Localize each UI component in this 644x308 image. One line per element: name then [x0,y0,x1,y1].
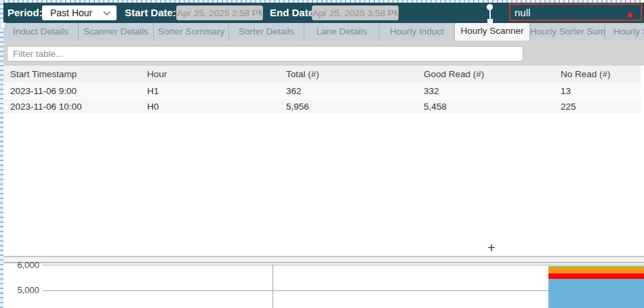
table-row[interactable]: 2023-11-06 10:00 H0 5,956 5,458 225 [3,99,644,114]
tab-sorter-details[interactable]: Sorter Details [229,23,304,41]
end-date-label: End Date: [270,3,317,23]
add-icon[interactable]: + [483,239,500,257]
tab-hourly-scanner[interactable]: Hourly Scanner [455,23,530,41]
filter-bar [3,41,644,66]
col-no-read[interactable]: No Read (#) [557,69,644,79]
null-overlay[interactable]: null [509,3,642,21]
table-row[interactable]: 2023-11-06 9:00 H1 362 332 13 [3,83,644,98]
cell-total: 362 [283,86,420,96]
col-good-read[interactable]: Good Read (#) [420,69,557,79]
table-header-row: Start Timestamp Hour Total (#) Good Read… [3,66,644,83]
chevron-down-icon [104,9,110,16]
col-hour[interactable]: Hour [144,69,283,79]
bar-segment-red [548,273,644,280]
period-select-value: Past Hour [50,7,92,18]
hourly-scanner-table: Start Timestamp Hour Total (#) Good Read… [3,66,644,256]
chart-top-border [3,262,644,263]
col-start-timestamp[interactable]: Start Timestamp [7,69,144,79]
cell-start-timestamp: 2023-11-06 9:00 [7,86,144,96]
bar-segment-orange [548,267,644,273]
widget-gap [3,257,644,262]
tab-hourly-sorter-details[interactable]: Hourly Sort [605,23,644,41]
filter-table-input[interactable] [7,46,523,62]
cell-start-timestamp: 2023-11-06 10:00 [7,102,144,112]
cell-no-read: 13 [557,86,644,96]
stacked-bar [548,266,644,308]
cell-hour: H0 [144,102,283,112]
cell-hour: H1 [144,86,283,96]
y-axis-tick-5000: 5,000 [5,285,39,296]
start-date-label: Start Date: [125,3,176,23]
period-label: Period: [7,3,43,23]
period-select[interactable]: Past Hour [42,5,117,20]
col-total[interactable]: Total (#) [283,69,420,79]
start-date-input[interactable] [176,5,263,20]
tab-scanner-details[interactable]: Scanner Details [79,23,154,41]
selection-handle-square[interactable] [487,19,493,24]
tab-induct-details[interactable]: Induct Details [3,23,79,41]
cell-no-read: 225 [557,102,644,112]
tab-bar: Induct Details Scanner Details Sorter Su… [3,23,644,41]
tab-sorter-summary[interactable]: Sorter Summary [154,23,229,41]
error-dot-icon [628,13,632,18]
selection-handle-corner[interactable] [0,22,5,28]
bar-segment-blue [548,279,644,308]
tab-hourly-induct[interactable]: Hourly Induct [380,23,455,41]
cell-total: 5,956 [283,102,420,112]
scrollbar-track[interactable] [641,66,644,256]
category-divider-line [273,265,273,308]
gridline-6000 [43,265,644,265]
cell-good-read: 332 [420,86,557,96]
selection-handle-circle[interactable] [487,4,493,10]
y-axis-tick-6000: 6,000 [5,260,39,271]
cell-good-read: 5,458 [420,102,557,112]
tab-lane-details[interactable]: Lane Details [304,23,380,41]
tab-hourly-sorter-summary[interactable]: Hourly Sorter Summar [530,23,605,41]
end-date-input[interactable] [312,5,399,20]
null-overlay-text: null [515,7,530,18]
